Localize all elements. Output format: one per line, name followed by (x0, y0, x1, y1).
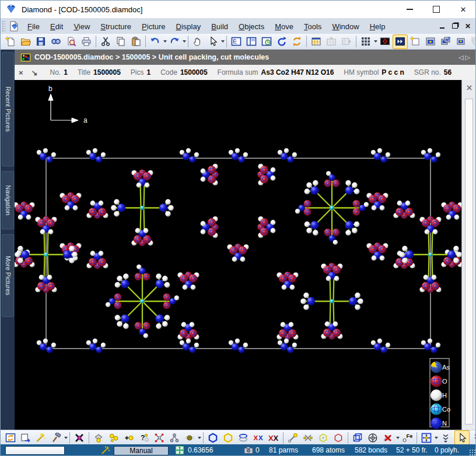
sphere-brown-button[interactable] (182, 430, 197, 445)
mdi-close-button[interactable]: ✕ (464, 22, 472, 30)
resize-grip[interactable] (469, 449, 476, 456)
xx-large-button[interactable]: XX (266, 430, 281, 445)
refresh-button[interactable] (289, 34, 304, 49)
menu-tools[interactable]: Tools (299, 20, 327, 33)
minimize-button[interactable] (396, 1, 423, 18)
menu-help[interactable]: Help (365, 20, 391, 33)
copy-button[interactable] (113, 34, 128, 49)
add-atom-button[interactable] (121, 430, 136, 445)
menu-bar: FileEditViewStructurePictureDisplayBuild… (1, 18, 476, 34)
net-x-button[interactable] (300, 430, 316, 445)
menu-file[interactable]: File (22, 20, 45, 33)
pointer-button[interactable] (454, 430, 470, 445)
new-document-icon (5, 36, 16, 47)
connect-network-button[interactable] (152, 430, 167, 445)
panel-split-button[interactable] (244, 34, 259, 49)
print-preview-button[interactable] (64, 34, 79, 49)
menu-structure[interactable]: Structure (95, 20, 136, 33)
unit-cell-box-button[interactable] (350, 430, 365, 445)
document-diamond-icon[interactable] (8, 20, 20, 32)
bond-count: 582 bonds (355, 446, 387, 454)
panel-history-button[interactable] (259, 34, 274, 49)
pan-button[interactable] (190, 34, 205, 49)
menubar-grip-handle[interactable] (1, 20, 5, 32)
menu-view[interactable]: View (68, 20, 95, 33)
fe-atom-button[interactable]: Fe (400, 430, 415, 445)
move-all-button[interactable] (419, 430, 434, 445)
mdi-restore-button[interactable] (451, 22, 459, 30)
cut-button[interactable] (98, 34, 113, 49)
open-file-button[interactable] (18, 34, 33, 49)
panel-close-icon[interactable]: ✕ (464, 82, 475, 93)
delete-bonds-button[interactable] (380, 430, 396, 445)
menu-window[interactable]: Window (327, 20, 364, 33)
fill-atoms-button[interactable] (91, 430, 106, 445)
menu-build[interactable]: Build (206, 20, 233, 33)
hammer-button[interactable] (48, 430, 64, 445)
send-note-button[interactable] (18, 430, 33, 445)
panel-scroll-track[interactable] (465, 99, 473, 424)
orient-diamond-button[interactable] (365, 430, 380, 445)
pointer-button[interactable] (205, 34, 220, 49)
nav-back-icon[interactable]: ◁ (459, 54, 465, 61)
xx-small-button[interactable]: XX (251, 430, 266, 445)
cluster-tree-button[interactable] (167, 430, 182, 445)
menu-edit[interactable]: Edit (45, 20, 68, 33)
menu-display[interactable]: Display (171, 20, 206, 33)
print-button[interactable] (79, 34, 94, 49)
structure-canvas[interactable]: baAsOHCoN (15, 80, 461, 430)
menu-move[interactable]: Move (270, 20, 299, 33)
nav-forward-icon[interactable]: ▷ (466, 54, 472, 61)
wizard-button[interactable] (33, 430, 48, 445)
atom-question-button[interactable]: ? (136, 430, 152, 445)
picture-window-button[interactable] (423, 34, 438, 49)
bond-ball-button[interactable] (285, 430, 300, 445)
small-picture-button[interactable] (453, 34, 468, 49)
table-editor-button[interactable] (309, 34, 324, 49)
sidebar-tab-recent-pictures[interactable]: Recent Pictures (2, 52, 14, 166)
mdi-minimize-button[interactable] (438, 22, 446, 30)
stack-pictures-icon (471, 36, 476, 47)
black-display-button[interactable] (377, 34, 393, 49)
open-file-icon (20, 36, 31, 47)
infobar-close-icon[interactable]: × (15, 68, 27, 77)
breadcrumb[interactable]: COD-1500005.diamdoc > 1500005 > Unit cel… (15, 50, 476, 65)
ring-yellow-thin-button[interactable] (316, 430, 331, 445)
panel-tree-button[interactable] (229, 34, 244, 49)
undo-circ-button[interactable] (274, 34, 289, 49)
data-sheet-button[interactable] (358, 34, 373, 49)
menu-picture[interactable]: Picture (136, 20, 170, 33)
add-atoms-button[interactable] (106, 430, 121, 445)
sidebar-tab-more-pictures[interactable]: More Pictures (2, 234, 14, 317)
sphere-brown-dropdown-icon[interactable] (198, 437, 201, 439)
infobar-popout-icon[interactable]: ↘ (27, 68, 42, 77)
window-title: Diamond - [COD-1500005.diamdoc] (22, 5, 142, 14)
ring-stack-button[interactable] (236, 430, 251, 445)
sidebar-tab-navigation[interactable]: Navigation (2, 171, 14, 229)
save-button[interactable] (33, 34, 48, 49)
new-document-button[interactable] (3, 34, 18, 49)
mode-indicator[interactable]: Manual (114, 446, 169, 455)
rebuild-button[interactable] (3, 430, 18, 445)
redo-dropdown-icon[interactable] (183, 40, 186, 43)
chevron-button[interactable] (438, 430, 453, 445)
hammer-dropdown-icon[interactable] (64, 437, 68, 439)
paste-button[interactable] (128, 34, 144, 49)
ring-red-thin-button[interactable] (331, 430, 346, 445)
hex-blue-button[interactable] (205, 430, 220, 445)
redo-button[interactable] (167, 34, 182, 49)
chevron-button[interactable] (470, 430, 476, 445)
hex-yellow-button[interactable] (220, 430, 236, 445)
new-picture-button[interactable] (408, 34, 423, 49)
svg-text:Co: Co (442, 406, 450, 413)
destroy-x-button[interactable] (72, 430, 87, 445)
copy-picture-button[interactable] (438, 34, 453, 49)
undo-button[interactable] (148, 34, 163, 49)
close-button[interactable]: ✕ (450, 1, 476, 18)
pointer-dropdown-icon[interactable] (221, 40, 225, 43)
find-button[interactable] (48, 34, 64, 49)
maximize-button[interactable] (423, 1, 450, 18)
menu-objects[interactable]: Objects (233, 20, 270, 33)
next-picture-button[interactable] (393, 34, 408, 49)
chevron-icon (440, 433, 451, 443)
